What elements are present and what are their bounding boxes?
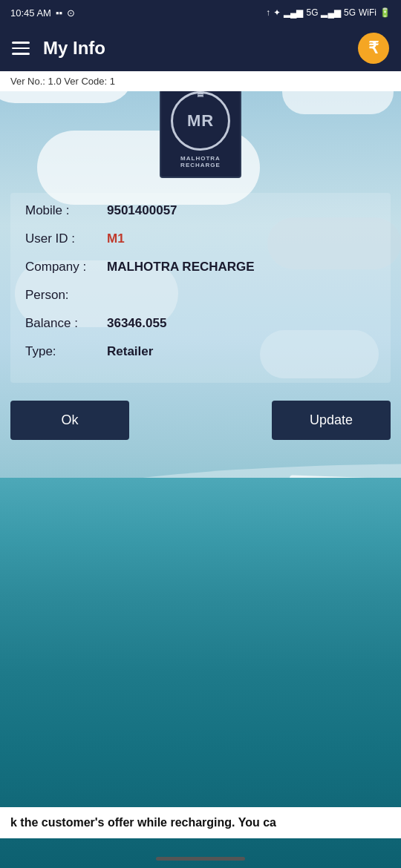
bluetooth-icon: ✦ — [273, 7, 281, 18]
company-label: Company : — [25, 260, 107, 274]
type-label: Type: — [25, 344, 107, 359]
logo-circle: ♛ MR — [171, 91, 230, 151]
version-text: Ver No.: 1.0 Ver Code: 1 — [10, 76, 115, 87]
wifi-icon: WiFi — [359, 7, 376, 18]
arrow-icon: ↑ — [266, 7, 270, 18]
logo-area: ♛ MR MALHOTRA RECHARGE — [0, 82, 401, 178]
content-overlay: ♛ MR MALHOTRA RECHARGE Mobile : 95014000… — [0, 71, 401, 440]
ticker-text: k the customer's offer while recharging.… — [10, 816, 276, 829]
balance-value: 36346.055 — [107, 316, 166, 331]
person-label: Person: — [25, 288, 107, 303]
rupee-button[interactable]: ₹ — [358, 33, 389, 64]
info-row-person: Person: — [25, 288, 376, 303]
logo-box: ♛ MR MALHOTRA RECHARGE — [160, 82, 241, 178]
5g-label: 5G — [306, 7, 318, 18]
info-row-mobile: Mobile : 9501400057 — [25, 203, 376, 218]
page-title: My Info — [43, 38, 358, 59]
type-value: Retailer — [107, 344, 153, 359]
info-row-balance: Balance : 36346.055 — [25, 316, 376, 331]
status-bar: 10:45 AM ▪▪ ⊙ ↑ ✦ ▂▄▆ 5G ▂▄▆ 5G WiFi 🔋 — [0, 0, 401, 25]
logo-company-name: MALHOTRA RECHARGE — [167, 155, 234, 168]
button-row: Ok Update — [10, 401, 391, 440]
location-icon: ⊙ — [67, 7, 75, 19]
signal-bars: ▂▄▆ — [284, 7, 304, 18]
5g-label-2: 5G — [344, 7, 356, 18]
mobile-label: Mobile : — [25, 203, 107, 218]
mobile-value: 9501400057 — [107, 203, 177, 218]
status-left: 10:45 AM ▪▪ ⊙ — [10, 7, 75, 19]
update-button[interactable]: Update — [272, 401, 391, 440]
battery-icon: 🔋 — [379, 7, 391, 18]
status-right: ↑ ✦ ▂▄▆ 5G ▂▄▆ 5G WiFi 🔋 — [266, 7, 391, 18]
ticker-bar: k the customer's offer while recharging.… — [0, 807, 401, 838]
bottom-nav-indicator — [156, 857, 245, 861]
userid-value: M1 — [107, 231, 125, 246]
company-value: MALHOTRA RECHARGE — [107, 260, 255, 274]
hamburger-menu[interactable] — [12, 42, 30, 55]
time-display: 10:45 AM — [10, 7, 51, 19]
logo-initials: MR — [187, 111, 214, 131]
balance-label: Balance : — [25, 316, 107, 331]
ok-button[interactable]: Ok — [10, 401, 129, 440]
info-row-userid: User ID : M1 — [25, 231, 376, 246]
app-header: My Info ₹ — [0, 25, 401, 71]
userid-label: User ID : — [25, 231, 107, 246]
version-bar: Ver No.: 1.0 Ver Code: 1 — [0, 71, 401, 91]
info-row-company: Company : MALHOTRA RECHARGE — [25, 260, 376, 274]
message-icons: ▪▪ — [56, 7, 62, 19]
info-row-type: Type: Retailer — [25, 344, 376, 359]
signal-bars-2: ▂▄▆ — [321, 7, 341, 18]
info-card: Mobile : 9501400057 User ID : M1 Company… — [10, 193, 391, 383]
